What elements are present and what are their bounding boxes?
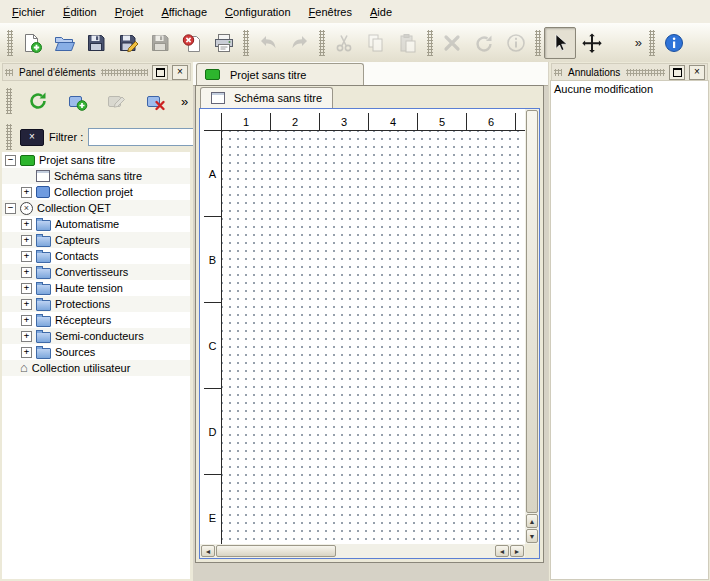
redo-button[interactable] xyxy=(284,27,316,59)
menu-configuration[interactable]: Configuration xyxy=(217,3,298,21)
menu-fenetres[interactable]: Fenêtres xyxy=(301,3,360,21)
menu-edition[interactable]: Édition xyxy=(55,3,105,21)
expand-icon[interactable]: + xyxy=(21,187,32,198)
scroll-left-button[interactable]: ◄ xyxy=(201,545,215,557)
expand-icon[interactable]: + xyxy=(21,347,32,358)
scroll-up-button[interactable]: ▲ xyxy=(526,514,538,528)
float-dock-button[interactable] xyxy=(152,65,168,80)
toolbar-drag-handle[interactable] xyxy=(649,30,655,56)
elements-panel-titlebar[interactable]: Panel d'éléments × xyxy=(2,63,191,81)
tree-item-schema[interactable]: Schéma sans titre xyxy=(2,168,190,184)
tree-item-automatisme[interactable]: + Automatisme xyxy=(2,216,190,232)
collapse-icon[interactable]: − xyxy=(5,203,16,214)
horizontal-scrollbar[interactable]: ◄ ◄ ► xyxy=(200,544,525,558)
clear-filter-button[interactable]: × xyxy=(20,129,44,146)
menu-affichage[interactable]: Affichage xyxy=(153,3,215,21)
delete-element-button[interactable] xyxy=(139,85,171,117)
save-as-button[interactable] xyxy=(112,27,144,59)
horizontal-scrollbar-thumb[interactable] xyxy=(216,545,336,557)
tree-item-haute-tension[interactable]: + Haute tension xyxy=(2,280,190,296)
toolbar-drag-handle[interactable] xyxy=(6,88,12,114)
toolbar-overflow-button[interactable]: » xyxy=(631,35,646,50)
toolbar-drag-handle[interactable] xyxy=(427,30,433,56)
close-dock-button[interactable]: × xyxy=(172,65,188,80)
column-label: 2 xyxy=(271,113,320,130)
tree-item-contacts[interactable]: + Contacts xyxy=(2,248,190,264)
mdi-area: Projet sans titre Schéma sans titre 1 2 … xyxy=(193,62,548,581)
tree-item-capteurs[interactable]: + Capteurs xyxy=(2,232,190,248)
refresh-icon xyxy=(27,90,49,112)
properties-button[interactable] xyxy=(500,27,532,59)
menu-aide[interactable]: Aide xyxy=(362,3,400,21)
dock-grip[interactable] xyxy=(626,69,665,76)
open-project-button[interactable] xyxy=(48,27,80,59)
tab-projet-sans-titre[interactable]: Projet sans titre xyxy=(196,63,364,85)
expand-icon[interactable]: + xyxy=(21,235,32,246)
save-button[interactable] xyxy=(80,27,112,59)
scroll-left-step-button[interactable]: ◄ xyxy=(495,545,509,557)
toolbar-drag-handle[interactable] xyxy=(319,30,325,56)
dock-grip[interactable] xyxy=(554,69,562,76)
elements-panel-toolbar: » xyxy=(0,83,193,119)
expand-icon[interactable]: + xyxy=(21,315,32,326)
expand-icon[interactable]: + xyxy=(21,299,32,310)
vertical-scrollbar-thumb[interactable] xyxy=(526,110,538,513)
undo-panel-titlebar[interactable]: Annulations × xyxy=(551,63,708,81)
dock-grip[interactable] xyxy=(5,69,13,76)
close-dock-button[interactable]: × xyxy=(689,65,705,80)
float-icon xyxy=(673,68,682,77)
close-file-button[interactable] xyxy=(176,27,208,59)
select-mode-button[interactable] xyxy=(544,27,576,59)
delete-button[interactable] xyxy=(436,27,468,59)
new-project-button[interactable] xyxy=(16,27,48,59)
undo-panel: Annulations × Aucune modification xyxy=(548,62,710,581)
edit-element-button[interactable] xyxy=(100,85,132,117)
undo-list-item[interactable]: Aucune modification xyxy=(551,81,708,98)
tab-schema-sans-titre[interactable]: Schéma sans titre xyxy=(200,87,333,108)
tree-item-collection-utilisateur[interactable]: ⌂ Collection utilisateur xyxy=(2,360,190,376)
cut-button[interactable] xyxy=(328,27,360,59)
float-dock-button[interactable] xyxy=(669,65,685,80)
diagram-canvas[interactable] xyxy=(222,131,525,544)
rotate-button[interactable] xyxy=(468,27,500,59)
toolbar-drag-handle[interactable] xyxy=(6,124,12,150)
tree-item-label: Collection QET xyxy=(37,202,111,214)
expand-icon[interactable]: + xyxy=(21,251,32,262)
tree-item-recepteurs[interactable]: + Récepteurs xyxy=(2,312,190,328)
toolbar-drag-handle[interactable] xyxy=(535,30,541,56)
dock-grip[interactable] xyxy=(101,69,148,76)
tree-item-project[interactable]: − Projet sans titre xyxy=(2,152,190,168)
info-blue-icon xyxy=(663,32,685,54)
toolbar-drag-handle[interactable] xyxy=(243,30,249,56)
print-button[interactable] xyxy=(208,27,240,59)
scroll-down-button[interactable]: ▼ xyxy=(526,529,538,543)
reload-collections-button[interactable] xyxy=(22,85,54,117)
toolbar-drag-handle[interactable] xyxy=(7,30,13,56)
tree-item-semi-conducteurs[interactable]: + Semi-conducteurs xyxy=(2,328,190,344)
expand-icon[interactable]: + xyxy=(21,331,32,342)
tree-item-sources[interactable]: + Sources xyxy=(2,344,190,360)
menu-fichier[interactable]: Fichier xyxy=(4,3,53,21)
tree-item-collection-projet[interactable]: + Collection projet xyxy=(2,184,190,200)
new-element-button[interactable] xyxy=(61,85,93,117)
about-button[interactable] xyxy=(658,27,690,59)
undo-button[interactable] xyxy=(252,27,284,59)
vertical-scrollbar[interactable]: ▲ ▼ xyxy=(525,109,539,544)
tree-item-convertisseurs[interactable]: + Convertisseurs xyxy=(2,264,190,280)
copy-button[interactable] xyxy=(360,27,392,59)
menu-projet[interactable]: Projet xyxy=(107,3,152,21)
expand-icon[interactable]: + xyxy=(21,267,32,278)
tree-item-collection-qet[interactable]: − × Collection QET xyxy=(2,200,190,216)
horizontal-scrollbar-track[interactable] xyxy=(337,545,494,557)
paste-button[interactable] xyxy=(392,27,424,59)
pan-mode-button[interactable] xyxy=(576,27,608,59)
expand-icon[interactable]: + xyxy=(21,283,32,294)
tree-item-protections[interactable]: + Protections xyxy=(2,296,190,312)
panel-toolbar-overflow-button[interactable]: » xyxy=(178,94,191,109)
expand-icon[interactable]: + xyxy=(21,219,32,230)
save-all-button[interactable] xyxy=(144,27,176,59)
undo-icon xyxy=(257,32,279,54)
scroll-right-step-button[interactable]: ► xyxy=(510,545,524,557)
schema-tabbar: Schéma sans titre xyxy=(196,86,543,108)
collapse-icon[interactable]: − xyxy=(5,155,16,166)
